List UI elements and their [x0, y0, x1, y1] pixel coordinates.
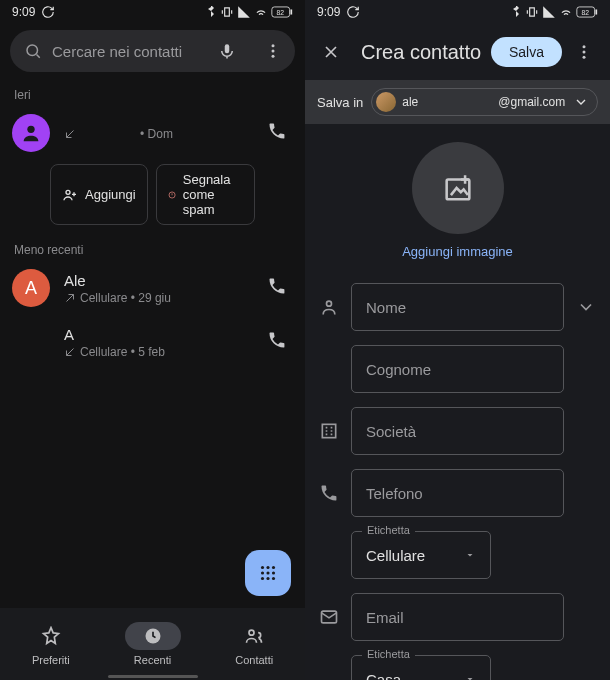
svg-point-16 — [261, 577, 264, 580]
search-placeholder: Cercare nei contatti — [52, 43, 199, 60]
person-icon — [20, 122, 42, 144]
wifi-icon — [559, 5, 573, 19]
call-meta: • Dom — [64, 127, 247, 141]
search-bar[interactable]: Cercare nei contatti — [10, 30, 295, 72]
svg-point-20 — [249, 630, 254, 635]
nav-recent[interactable]: Recenti — [102, 608, 204, 680]
person-add-icon — [62, 187, 78, 203]
more-vert-icon — [575, 43, 593, 61]
chevron-down-icon — [573, 94, 589, 110]
surname-field[interactable]: Cognome — [351, 345, 564, 393]
bluetooth-icon — [510, 6, 522, 18]
phone-icon — [267, 276, 287, 296]
account-email: ale @gmail.com — [402, 95, 567, 109]
status-bar: 9:09 82 — [305, 0, 610, 24]
nav-contacts[interactable]: Contatti — [203, 608, 305, 680]
more-button[interactable] — [255, 33, 291, 69]
svg-point-26 — [583, 56, 586, 59]
svg-point-5 — [272, 50, 275, 53]
svg-point-11 — [266, 566, 269, 569]
nav-favorites[interactable]: Preferiti — [0, 608, 102, 680]
svg-point-10 — [261, 566, 264, 569]
dialpad-icon — [257, 562, 279, 584]
company-icon — [317, 407, 341, 441]
add-photo-button[interactable] — [412, 142, 504, 234]
chevron-down-icon — [576, 297, 596, 317]
person-icon — [317, 283, 341, 317]
expand-name-button[interactable] — [574, 283, 598, 317]
battery-icon: 82 — [271, 6, 293, 18]
svg-point-12 — [272, 566, 275, 569]
email-label-dropdown[interactable]: Etichetta Casa — [351, 655, 491, 680]
section-older: Meno recenti — [0, 233, 305, 261]
close-icon — [321, 42, 341, 62]
company-field[interactable]: Società — [351, 407, 564, 455]
call-button[interactable] — [261, 324, 293, 360]
avatar — [12, 323, 50, 361]
svg-text:82: 82 — [582, 9, 590, 16]
star-icon — [41, 626, 61, 646]
status-time: 9:09 — [12, 5, 35, 19]
bluetooth-icon — [205, 6, 217, 18]
call-name: A — [64, 326, 247, 343]
account-selector[interactable]: ale @gmail.com — [371, 88, 598, 116]
save-in-bar: Salva in ale @gmail.com — [305, 80, 610, 124]
svg-rect-29 — [322, 424, 335, 437]
spam-chip[interactable]: Segnala come spam — [156, 164, 255, 225]
svg-point-4 — [272, 44, 275, 47]
dropdown-arrow-icon — [464, 549, 476, 561]
phone-label-dropdown[interactable]: Etichetta Cellulare — [351, 531, 491, 579]
gesture-bar — [108, 675, 198, 678]
phone-icon — [267, 121, 287, 141]
svg-point-24 — [583, 45, 586, 48]
status-time: 9:09 — [317, 5, 340, 19]
call-button[interactable] — [261, 115, 293, 151]
call-name: Ale — [64, 272, 247, 289]
search-icon — [24, 42, 42, 60]
dialpad-fab[interactable] — [245, 550, 291, 596]
call-meta: Cellulare • 29 giu — [64, 291, 247, 305]
dropdown-arrow-icon — [464, 673, 476, 680]
section-yesterday: Ieri — [0, 78, 305, 106]
mic-button[interactable] — [209, 33, 245, 69]
svg-rect-22 — [595, 9, 597, 14]
svg-point-6 — [272, 55, 275, 58]
svg-point-3 — [27, 45, 38, 56]
vibrate-icon — [220, 5, 234, 19]
email-field[interactable]: Email — [351, 593, 564, 641]
wifi-icon — [254, 5, 268, 19]
clock-icon — [143, 626, 163, 646]
status-bar: 9:09 82 — [0, 0, 305, 24]
save-in-label: Salva in — [317, 95, 363, 110]
outgoing-arrow-icon — [64, 292, 76, 304]
account-avatar — [376, 92, 396, 112]
svg-point-17 — [266, 577, 269, 580]
name-field[interactable]: Nome — [351, 283, 564, 331]
email-icon — [317, 593, 341, 627]
vibrate-icon — [525, 5, 539, 19]
svg-point-13 — [261, 571, 264, 574]
header: Crea contatto Salva — [305, 24, 610, 80]
phone-icon — [267, 330, 287, 350]
call-row[interactable]: A Cellulare • 5 feb — [0, 315, 305, 369]
phone-icon — [317, 469, 341, 503]
mic-icon — [218, 42, 236, 60]
phone-field[interactable]: Telefono — [351, 469, 564, 517]
add-image-link[interactable]: Aggiungi immagine — [402, 244, 513, 259]
close-button[interactable] — [313, 34, 349, 70]
more-button[interactable] — [566, 34, 602, 70]
add-chip[interactable]: Aggiungi — [50, 164, 148, 225]
call-row[interactable]: A Ale Cellulare • 29 giu — [0, 261, 305, 315]
svg-point-28 — [327, 301, 332, 306]
incoming-arrow-icon — [64, 128, 76, 140]
save-button[interactable]: Salva — [491, 37, 562, 67]
call-button[interactable] — [261, 270, 293, 306]
avatar: A — [12, 269, 50, 307]
sync-icon — [346, 5, 360, 19]
people-icon — [244, 626, 264, 646]
svg-text:82: 82 — [277, 9, 285, 16]
svg-rect-1 — [290, 9, 292, 14]
call-row[interactable]: • Dom — [0, 106, 305, 160]
call-meta: Cellulare • 5 feb — [64, 345, 247, 359]
avatar — [12, 114, 50, 152]
